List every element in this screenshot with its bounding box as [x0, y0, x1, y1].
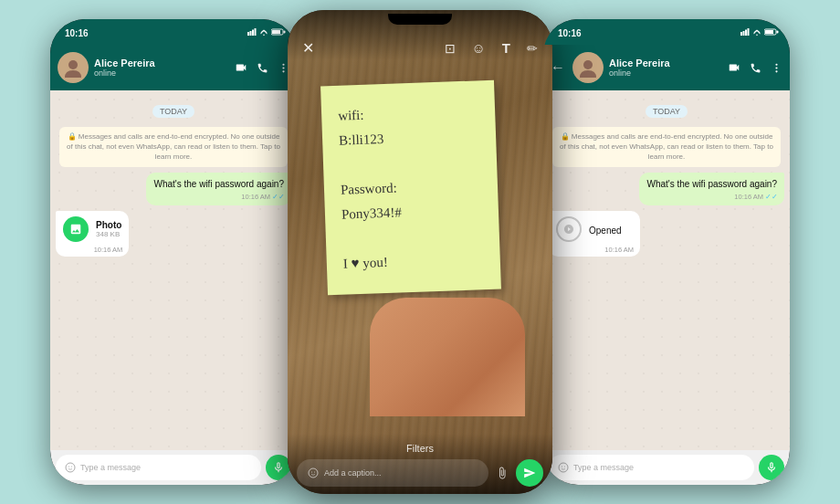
left-status-bar: 10:16	[50, 19, 297, 45]
caption-bar: Add a caption...	[297, 459, 543, 487]
left-status-time: 10:16	[65, 26, 89, 38]
right-opened-time: 10:16 AM	[604, 246, 634, 254]
middle-notch-area	[288, 10, 552, 36]
svg-rect-20	[745, 30, 747, 37]
svg-rect-24	[765, 30, 773, 34]
text-icon[interactable]: T	[502, 40, 510, 56]
right-phone: 10:16 ← Alice Pereira online	[543, 19, 790, 485]
caption-attach-icon[interactable]	[496, 467, 509, 479]
sticky-note: wifi: B:lli123 Password: Pony334!# I ♥ y…	[320, 80, 501, 295]
left-photo-msg[interactable]: Photo 348 KB 10:16 AM	[56, 211, 129, 257]
crop-icon[interactable]: ⊡	[445, 41, 456, 56]
right-contact-info: Alice Pereira online	[609, 58, 722, 78]
left-contact-name: Alice Pereira	[94, 58, 229, 68]
right-header-icons	[728, 61, 782, 74]
svg-point-31	[562, 466, 562, 467]
right-msg-sent: What's the wifi password again? 10:16 AM…	[639, 173, 784, 205]
draw-icon[interactable]: ✏	[527, 41, 538, 56]
left-contact-status: online	[94, 68, 229, 78]
filters-label: Filters	[297, 443, 543, 454]
svg-rect-25	[777, 31, 779, 34]
svg-point-26	[583, 60, 593, 69]
svg-rect-2	[252, 30, 254, 37]
left-input-placeholder: Type a message	[80, 463, 141, 472]
left-check-marks: ✓✓	[272, 192, 285, 202]
right-check-marks: ✓✓	[765, 192, 778, 202]
left-chat-input[interactable]: Type a message	[56, 455, 261, 480]
right-status-time: 10:16	[558, 26, 582, 38]
left-photo-time: 10:16 AM	[94, 246, 123, 254]
left-phone: 10:16 Alice Pereira online	[50, 19, 297, 485]
caption-send-btn[interactable]	[516, 459, 543, 487]
svg-point-9	[282, 63, 284, 65]
right-input-bar: Type a message	[543, 450, 790, 485]
left-header-icons	[235, 61, 289, 74]
right-msg-time: 10:16 AM ✓✓	[734, 192, 778, 202]
svg-point-17	[314, 471, 315, 472]
sticky-note-text: wifi: B:lli123 Password: Pony334!# I ♥ y…	[338, 99, 485, 276]
left-video-icon[interactable]	[235, 61, 247, 74]
emoji-viewer-icon[interactable]: ☺	[472, 40, 486, 56]
left-date-divider: TODAY	[56, 101, 291, 118]
svg-rect-18	[740, 32, 742, 36]
left-avatar	[58, 52, 89, 83]
right-contact-status: online	[609, 68, 722, 78]
right-opened-icon	[556, 216, 582, 242]
left-chat-area: TODAY 🔒 Messages and calls are end-to-en…	[50, 90, 297, 450]
svg-point-13	[68, 466, 69, 467]
right-emoji-icon	[558, 462, 569, 473]
svg-point-29	[775, 70, 777, 72]
right-chat-input[interactable]: Type a message	[549, 455, 754, 480]
hand	[370, 298, 525, 416]
svg-rect-3	[255, 28, 257, 36]
left-input-bar: Type a message	[50, 450, 297, 485]
svg-rect-0	[247, 32, 249, 36]
right-back-arrow[interactable]: ←	[551, 59, 565, 76]
svg-rect-19	[743, 31, 745, 36]
right-encryption-notice: 🔒 Messages and calls are end-to-end encr…	[552, 127, 781, 167]
left-photo-info: Photo 348 KB	[96, 220, 121, 238]
right-date-divider: TODAY	[549, 101, 784, 118]
right-opened-msg: Opened 10:16 AM	[549, 211, 640, 257]
viewer-bottom: Filters Add a caption...	[288, 434, 552, 494]
caption-emoji-icon	[308, 467, 319, 478]
right-input-placeholder: Type a message	[573, 463, 634, 472]
viewer-toolbar-icons: ⊡ ☺ T ✏	[445, 40, 539, 56]
svg-rect-21	[748, 28, 750, 36]
left-wa-header: Alice Pereira online	[50, 45, 297, 90]
left-emoji-icon	[65, 462, 76, 473]
right-status-bar: 10:16	[543, 19, 790, 45]
svg-point-4	[263, 34, 265, 36]
right-call-icon[interactable]	[750, 62, 761, 74]
left-call-icon[interactable]	[257, 62, 268, 74]
left-encryption-notice: 🔒 Messages and calls are end-to-end encr…	[59, 127, 288, 167]
svg-point-32	[564, 466, 565, 467]
svg-rect-6	[272, 30, 280, 34]
left-msg-sent: What's the wifi password again? 10:16 AM…	[146, 173, 291, 205]
left-status-icons	[247, 28, 286, 36]
caption-placeholder: Add a caption...	[324, 468, 382, 478]
left-photo-icon	[63, 216, 89, 242]
left-contact-info: Alice Pereira online	[94, 58, 229, 78]
svg-point-8	[68, 60, 78, 69]
right-video-icon[interactable]	[728, 61, 740, 74]
left-msg-time: 10:16 AM ✓✓	[241, 192, 285, 202]
svg-point-16	[311, 471, 312, 472]
svg-rect-7	[284, 31, 286, 34]
right-chat-area: TODAY 🔒 Messages and calls are end-to-en…	[543, 90, 790, 450]
svg-point-27	[775, 63, 777, 65]
svg-point-22	[756, 34, 758, 36]
right-mic-btn[interactable]	[759, 455, 784, 480]
middle-phone: ✕ ⊡ ☺ T ✏ wifi: B:lli123 Password: Pony3…	[288, 10, 552, 494]
svg-point-28	[775, 67, 777, 68]
right-avatar	[572, 52, 604, 83]
scene: 10:16 Alice Pereira online	[0, 0, 840, 504]
right-menu-icon[interactable]	[771, 62, 782, 74]
svg-point-15	[309, 468, 318, 478]
close-icon[interactable]: ✕	[302, 39, 314, 57]
svg-point-11	[282, 70, 284, 72]
svg-rect-1	[250, 31, 252, 36]
svg-point-30	[559, 463, 568, 472]
svg-point-12	[66, 463, 75, 472]
caption-input[interactable]: Add a caption...	[297, 459, 488, 487]
